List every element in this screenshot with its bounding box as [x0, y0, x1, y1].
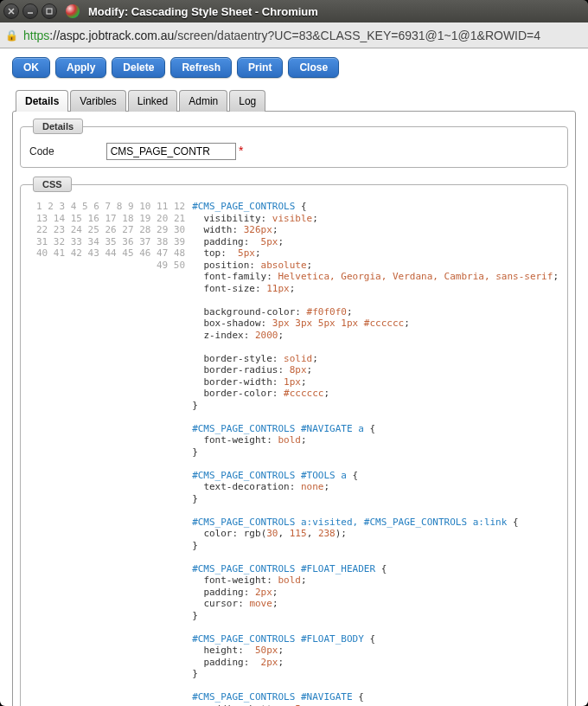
- window-frame: Modify: Cascading Style Sheet - Chromium…: [0, 0, 588, 706]
- code-field-row: Code *: [29, 143, 559, 160]
- tab-row: Details Varibles Linked Admin Log: [16, 90, 576, 112]
- lock-icon: 🔒: [5, 29, 18, 42]
- close-window-icon[interactable]: [3, 3, 19, 19]
- tab-details[interactable]: Details: [16, 90, 68, 112]
- window-title: Modify: Cascading Style Sheet - Chromium: [88, 5, 318, 18]
- line-number-gutter: 1 2 3 4 5 6 7 8 9 10 11 12 13 14 15 16 1…: [29, 201, 192, 706]
- details-fieldset: Details Code *: [20, 119, 568, 168]
- print-button[interactable]: Print: [237, 57, 283, 78]
- url-text[interactable]: https://aspc.jobtrack.com.au/screen/data…: [23, 29, 540, 42]
- minimize-window-icon[interactable]: [22, 3, 38, 19]
- ok-button[interactable]: OK: [12, 57, 50, 78]
- svg-rect-0: [47, 9, 52, 14]
- close-button[interactable]: Close: [288, 57, 339, 78]
- tab-panel: Details Code * CSS 1 2 3 4 5 6 7 8 9 10 …: [12, 111, 576, 706]
- chrome-favicon-icon: [66, 4, 80, 18]
- maximize-window-icon[interactable]: [42, 3, 57, 19]
- titlebar[interactable]: Modify: Cascading Style Sheet - Chromium: [0, 0, 588, 22]
- tab-linked[interactable]: Linked: [128, 90, 177, 112]
- tab-admin[interactable]: Admin: [179, 90, 227, 112]
- code-label: Code: [29, 145, 54, 157]
- details-legend: Details: [33, 119, 83, 134]
- css-legend: CSS: [33, 176, 72, 192]
- required-asterisk-icon: *: [239, 144, 243, 157]
- tab-varibles[interactable]: Varibles: [70, 90, 125, 112]
- delete-button[interactable]: Delete: [112, 57, 165, 78]
- css-fieldset: CSS 1 2 3 4 5 6 7 8 9 10 11 12 13 14 15 …: [20, 176, 568, 706]
- urlbar[interactable]: 🔒 https://aspc.jobtrack.com.au/screen/da…: [0, 22, 588, 48]
- tab-log[interactable]: Log: [229, 90, 265, 112]
- code-area[interactable]: #CMS_PAGE_CONTROLS { visibility: visible…: [192, 201, 559, 706]
- action-button-row: OK Apply Delete Refresh Print Close: [12, 57, 576, 78]
- apply-button[interactable]: Apply: [55, 57, 106, 78]
- code-input[interactable]: [106, 143, 236, 160]
- refresh-button[interactable]: Refresh: [170, 57, 232, 78]
- page-content: OK Apply Delete Refresh Print Close Deta…: [0, 48, 588, 706]
- css-editor[interactable]: 1 2 3 4 5 6 7 8 9 10 11 12 13 14 15 16 1…: [29, 201, 559, 706]
